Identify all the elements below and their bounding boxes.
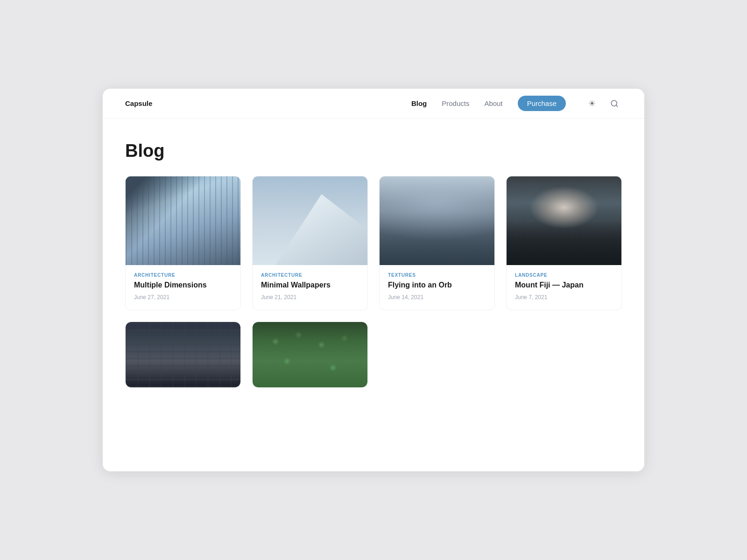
blog-card-5[interactable] (125, 322, 241, 388)
card-date-3: June 14, 2021 (388, 294, 486, 301)
blog-card-1[interactable]: ARCHITECTURE Multiple Dimensions June 27… (125, 176, 241, 310)
blog-card-3[interactable]: TEXTURES Flying into an Orb June 14, 202… (379, 176, 495, 310)
nav-blog[interactable]: Blog (411, 99, 427, 107)
card-title-4: Mount Fiji — Japan (515, 280, 613, 290)
card-date-4: June 7, 2021 (515, 294, 613, 301)
search-button[interactable] (607, 96, 622, 111)
logo: Capsule (125, 99, 152, 107)
card-body-3: TEXTURES Flying into an Orb June 14, 202… (380, 265, 494, 310)
card-image-3 (380, 176, 494, 265)
blog-card-6[interactable] (252, 322, 368, 388)
header: Capsule Blog Products About Purchase ☀ (103, 89, 644, 119)
card-title-2: Minimal Wallpapers (261, 280, 359, 290)
card-date-1: June 27, 2021 (134, 294, 232, 301)
card-category-3: TEXTURES (388, 273, 486, 278)
blog-grid-bottom (125, 322, 622, 388)
app-window: Capsule Blog Products About Purchase ☀ B… (103, 89, 644, 471)
card-image-1 (126, 176, 240, 265)
svg-line-1 (616, 105, 617, 106)
main-content: Blog ARCHITECTURE Multiple Dimensions Ju… (103, 119, 644, 410)
card-body-2: ARCHITECTURE Minimal Wallpapers June 21,… (253, 265, 367, 310)
nav-about[interactable]: About (484, 99, 502, 107)
blog-grid-top: ARCHITECTURE Multiple Dimensions June 27… (125, 176, 622, 310)
card-image-4 (507, 176, 621, 265)
card-title-1: Multiple Dimensions (134, 280, 232, 290)
card-image-5 (126, 322, 240, 387)
sun-icon: ☀ (588, 98, 596, 109)
blog-card-4[interactable]: LANDSCAPE Mount Fiji — Japan June 7, 202… (506, 176, 622, 310)
header-icons: ☀ (585, 96, 622, 111)
blog-card-2[interactable]: ARCHITECTURE Minimal Wallpapers June 21,… (252, 176, 368, 310)
purchase-button[interactable]: Purchase (518, 96, 566, 111)
card-body-1: ARCHITECTURE Multiple Dimensions June 27… (126, 265, 240, 310)
search-icon (610, 99, 619, 108)
page-title: Blog (125, 141, 622, 161)
card-category-4: LANDSCAPE (515, 273, 613, 278)
card-date-2: June 21, 2021 (261, 294, 359, 301)
card-image-6 (253, 322, 367, 387)
nav: Blog Products About Purchase ☀ (411, 96, 622, 111)
theme-toggle-button[interactable]: ☀ (585, 96, 599, 111)
card-title-3: Flying into an Orb (388, 280, 486, 290)
card-body-4: LANDSCAPE Mount Fiji — Japan June 7, 202… (507, 265, 621, 310)
card-category-1: ARCHITECTURE (134, 273, 232, 278)
nav-products[interactable]: Products (442, 99, 469, 107)
card-image-2 (253, 176, 367, 265)
card-category-2: ARCHITECTURE (261, 273, 359, 278)
